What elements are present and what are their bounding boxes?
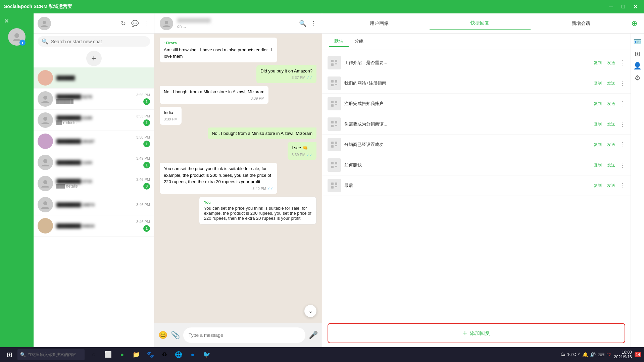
qr-copy-button[interactable]: 复制: [592, 121, 603, 128]
svg-rect-17: [335, 101, 337, 103]
chat-more-icon[interactable]: ⋮: [310, 20, 316, 27]
qr-thumbnail: [328, 117, 341, 131]
chat-list-item[interactable]: ████████ 94834 3:46 PM 1: [34, 215, 154, 237]
taskbar-search-input[interactable]: [28, 352, 78, 357]
sidebar-close-button[interactable]: ✕: [3, 16, 10, 26]
svg-rect-26: [331, 145, 334, 148]
taskbar-app-7[interactable]: ●: [186, 348, 199, 361]
chat-list-item[interactable]: ████████ 20197 3:50 PM 1: [34, 131, 154, 152]
taskbar-app-4[interactable]: 🐾: [144, 348, 157, 361]
user-avatar[interactable]: ●: [8, 28, 26, 46]
taskbar-app-2[interactable]: ●: [115, 348, 129, 361]
subtab-default[interactable]: 默认: [329, 36, 349, 47]
tab-new-chat[interactable]: 新增会话: [531, 18, 631, 29]
panel-more-icon[interactable]: ⊕: [631, 19, 637, 28]
start-button[interactable]: ⊞: [3, 348, 16, 361]
chat-list-item[interactable]: ████████ 5278 ██████ 3:56 PM 1: [34, 89, 154, 110]
person-icon[interactable]: 👤: [633, 62, 642, 70]
quick-reply-item: 如何赚钱 复制 发送 ⋮: [322, 155, 631, 175]
svg-rect-12: [331, 80, 334, 83]
qr-copy-button[interactable]: 复制: [592, 100, 603, 107]
chat-name: ████████ 3715: [56, 179, 133, 184]
search-chat-icon[interactable]: 🔍: [299, 20, 306, 27]
qr-more-button[interactable]: ⋮: [619, 141, 625, 148]
svg-rect-35: [335, 186, 337, 187]
chat-icon[interactable]: 💬: [131, 20, 139, 27]
qr-copy-button[interactable]: 复制: [592, 59, 603, 66]
msg-tick: ✓✓: [267, 187, 273, 191]
qr-text: 注册完成告知我账户: [344, 101, 589, 107]
taskbar-right: 🌤 16°C ^ 🔔 🔊 ⌨ 🛡 16:03 2021/9/16 14: [560, 350, 641, 359]
svg-rect-30: [331, 166, 334, 168]
msg-tick: ✓✓: [306, 153, 312, 157]
qr-copy-button[interactable]: 复制: [592, 182, 603, 189]
qr-send-button[interactable]: 发送: [606, 121, 616, 128]
tab-user-profile[interactable]: 用户画像: [329, 18, 430, 29]
grid-icon[interactable]: ⊞: [635, 50, 640, 58]
chat-list-item[interactable]: ████████ 34874 3:46 PM: [34, 194, 154, 215]
qr-more-button[interactable]: ⋮: [619, 182, 625, 189]
chat-window: oni... 🔍 ⋮ ~FirozaAm still browsing.. I …: [154, 13, 322, 347]
qr-send-button[interactable]: 发送: [606, 100, 616, 107]
add-reply-button[interactable]: + 添加回复: [328, 323, 625, 343]
message-input[interactable]: [183, 327, 305, 343]
chat-list-item[interactable]: ██████: [34, 67, 154, 89]
chat-avatar: [38, 176, 53, 191]
subtab-group[interactable]: 分组: [349, 36, 369, 47]
taskbar-app-3[interactable]: 📁: [130, 348, 143, 361]
keyboard-icon[interactable]: ⌨: [598, 352, 604, 357]
qr-copy-button[interactable]: 复制: [592, 80, 603, 87]
chevron-up-icon[interactable]: ^: [578, 352, 581, 357]
qr-more-button[interactable]: ⋮: [619, 100, 625, 107]
taskbar-app-5[interactable]: ♻: [158, 348, 171, 361]
chat-avatar: [38, 70, 53, 86]
chat-list-item[interactable]: ████████ 2109 ██ roducts 3:53 PM 1: [34, 110, 154, 131]
messages-area: ~FirozaAm still browsing.. I have used m…: [154, 34, 322, 323]
notification-icon[interactable]: 🔔: [582, 352, 588, 357]
qr-send-button[interactable]: 发送: [606, 182, 616, 189]
chat-info: ████████ 94834: [56, 223, 133, 228]
add-chat-button[interactable]: +: [86, 51, 102, 66]
qr-more-button[interactable]: ⋮: [619, 59, 625, 66]
mic-icon[interactable]: 🎤: [309, 331, 318, 340]
taskbar-app-6[interactable]: 🌐: [172, 348, 185, 361]
svg-rect-34: [331, 186, 334, 189]
scroll-down-button[interactable]: ⌄: [304, 305, 316, 317]
shield-icon[interactable]: 🛡: [606, 352, 611, 357]
close-button[interactable]: ✕: [631, 2, 640, 11]
more-icon[interactable]: ⋮: [144, 20, 150, 27]
volume-icon[interactable]: 🔊: [590, 352, 596, 357]
attach-icon[interactable]: 📎: [171, 331, 180, 340]
chat-name: ██████: [56, 75, 147, 81]
qr-more-button[interactable]: ⋮: [619, 161, 625, 169]
taskbar-app-8[interactable]: 🐦: [200, 348, 213, 361]
qr-send-button[interactable]: 发送: [606, 141, 616, 148]
notification-count-badge[interactable]: 14: [635, 352, 641, 357]
chat-list-item[interactable]: ████████ 3715 ███ details 3:46 PM 3: [34, 173, 154, 194]
weather-icon[interactable]: 🌤: [560, 352, 565, 357]
qr-copy-button[interactable]: 复制: [592, 141, 603, 148]
chat-list: ██████ ████████ 5278 ██████ 3:56 PM 1 ██…: [34, 67, 154, 347]
taskbar-app-1[interactable]: ⬜: [101, 348, 115, 361]
svg-point-2: [43, 96, 47, 100]
minimize-button[interactable]: ─: [606, 2, 616, 11]
maximize-button[interactable]: □: [618, 2, 628, 11]
tab-quick-reply[interactable]: 快捷回复: [430, 17, 530, 30]
emoji-icon[interactable]: 😊: [158, 331, 167, 340]
message-group: No.. I bought from a Miniso store in Aiz…: [160, 127, 316, 140]
svg-rect-15: [335, 84, 337, 85]
settings-icon[interactable]: ⚙: [635, 74, 641, 82]
refresh-icon[interactable]: ↻: [121, 20, 126, 27]
qr-copy-button[interactable]: 复制: [592, 162, 603, 169]
qr-more-button[interactable]: ⋮: [619, 80, 625, 87]
qr-send-button[interactable]: 发送: [606, 162, 616, 169]
svg-rect-10: [331, 63, 334, 66]
msg-text: I see 🤜: [292, 145, 312, 151]
qr-send-button[interactable]: 发送: [606, 59, 616, 66]
chat-list-item[interactable]: ████████ 1104 3:49 PM 1: [34, 152, 154, 173]
qr-more-button[interactable]: ⋮: [619, 120, 625, 128]
contact-card-icon[interactable]: 🪪: [633, 38, 642, 46]
taskbar-app-0[interactable]: ○: [87, 348, 101, 361]
qr-send-button[interactable]: 发送: [606, 80, 616, 87]
search-input[interactable]: [51, 39, 146, 44]
